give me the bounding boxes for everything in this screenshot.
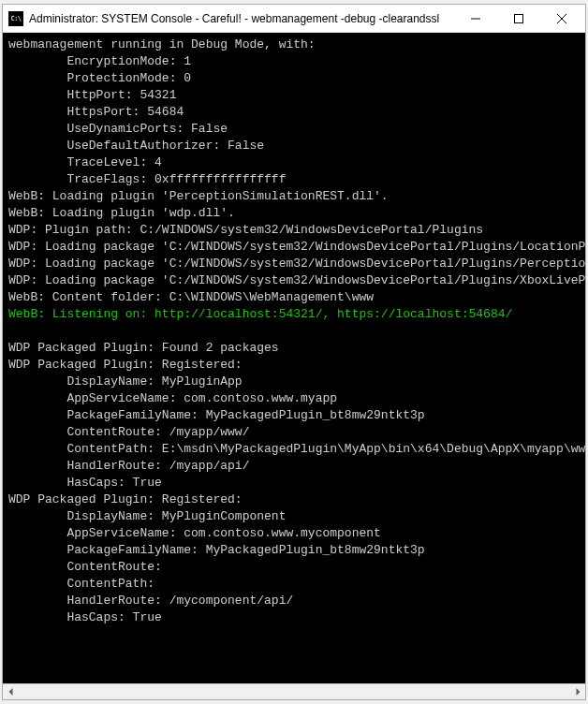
console-line: WebB: Listening on: http://localhost:543… xyxy=(8,306,580,323)
window-title: Administrator: SYSTEM Console - Careful!… xyxy=(29,12,439,25)
console-output: webmanagement running in Debug Mode, wit… xyxy=(3,33,585,683)
console-line: HandlerRoute: /mycomponent/api/ xyxy=(8,593,580,609)
console-line: WebB: Loading plugin 'wdp.dll'. xyxy=(8,205,580,222)
console-line: UseDefaultAuthorizer: False xyxy=(8,138,580,154)
console-line: HandlerRoute: /myapp/api/ xyxy=(8,458,580,475)
console-line: ContentRoute: /myapp/www/ xyxy=(8,424,580,441)
horizontal-scrollbar[interactable] xyxy=(3,683,585,699)
console-line: WDP Packaged Plugin: Found 2 packages xyxy=(8,340,580,357)
console-client-area[interactable]: webmanagement running in Debug Mode, wit… xyxy=(3,33,585,683)
console-line: WDP Packaged Plugin: Registered: xyxy=(8,491,580,508)
console-line: ProtectionMode: 0 xyxy=(8,70,580,87)
console-line: webmanagement running in Debug Mode, wit… xyxy=(8,37,580,53)
chevron-right-icon xyxy=(574,688,581,696)
scroll-right-button[interactable] xyxy=(569,684,585,699)
console-line: UseDynamicPorts: False xyxy=(8,121,580,138)
console-line xyxy=(8,323,580,340)
console-window: C:\ Administrator: SYSTEM Console - Care… xyxy=(2,4,586,700)
close-button[interactable] xyxy=(540,6,583,32)
console-line: ContentRoute: xyxy=(8,559,580,576)
console-line: WebB: Loading plugin 'PerceptionSimulati… xyxy=(8,188,580,205)
console-line: AppServiceName: com.contoso.www.myapp xyxy=(8,390,580,407)
console-line: WebB: Content folder: C:\WINDOWS\WebMana… xyxy=(8,289,580,306)
console-line: TraceLevel: 4 xyxy=(8,154,580,171)
console-line: PackageFamilyName: MyPackagedPlugin_bt8m… xyxy=(8,407,580,424)
console-line: WDP: Loading package 'C:/WINDOWS/system3… xyxy=(8,272,580,289)
maximize-button[interactable] xyxy=(497,6,540,32)
console-line: EncryptionMode: 1 xyxy=(8,53,580,70)
console-line: WDP Packaged Plugin: Registered: xyxy=(8,357,580,374)
console-line: HasCaps: True xyxy=(8,609,580,626)
scroll-left-button[interactable] xyxy=(3,684,19,699)
console-line: ContentPath: xyxy=(8,576,580,593)
console-line: TraceFlags: 0xffffffffffffffff xyxy=(8,171,580,188)
scrollbar-track[interactable] xyxy=(19,684,569,699)
chevron-left-icon xyxy=(7,688,15,696)
svg-marker-4 xyxy=(8,688,12,696)
console-line: AppServiceName: com.contoso.www.mycompon… xyxy=(8,525,580,542)
svg-marker-5 xyxy=(576,688,580,696)
titlebar[interactable]: C:\ Administrator: SYSTEM Console - Care… xyxy=(3,5,585,33)
close-icon xyxy=(557,14,566,23)
console-line: ContentPath: E:\msdn\MyPackagedPlugin\My… xyxy=(8,441,580,458)
console-line: DisplayName: MyPluginApp xyxy=(8,374,580,390)
maximize-icon xyxy=(514,14,523,23)
console-line: WDP: Loading package 'C:/WINDOWS/system3… xyxy=(8,239,580,256)
svg-rect-1 xyxy=(515,14,523,22)
console-line: WDP: Plugin path: C:/WINDOWS/system32/Wi… xyxy=(8,222,580,239)
cmd-icon: C:\ xyxy=(8,11,23,26)
console-line: PackageFamilyName: MyPackagedPlugin_bt8m… xyxy=(8,542,580,559)
console-line: DisplayName: MyPluginComponent xyxy=(8,508,580,525)
console-line: WDP: Loading package 'C:/WINDOWS/system3… xyxy=(8,256,580,272)
minimize-button[interactable] xyxy=(454,6,497,32)
console-line: HttpsPort: 54684 xyxy=(8,104,580,121)
console-line: HttpPort: 54321 xyxy=(8,87,580,104)
console-line: HasCaps: True xyxy=(8,475,580,491)
minimize-icon xyxy=(471,14,480,23)
